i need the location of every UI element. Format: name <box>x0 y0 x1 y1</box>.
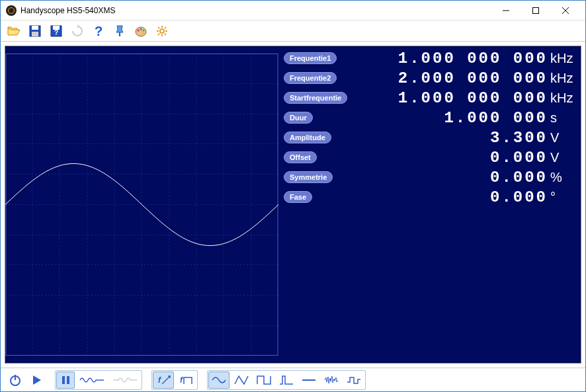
param-value-duur[interactable]: 1.000 000 <box>313 109 548 127</box>
svg-text:f: f <box>158 375 161 385</box>
svg-point-15 <box>143 29 145 31</box>
play-icon <box>30 373 43 387</box>
svg-rect-49 <box>67 376 69 384</box>
param-value-symmetrie[interactable]: 0.000 <box>333 169 548 186</box>
mode-group: f f <box>151 370 198 390</box>
param-unit-duur: s <box>550 110 575 126</box>
play-button[interactable] <box>27 372 46 389</box>
param-unit-frequentie1: kHz <box>550 51 575 66</box>
param-unit-frequentie2: kHz <box>550 71 575 86</box>
refresh-icon <box>71 24 84 38</box>
svg-point-14 <box>140 28 142 30</box>
param-unit-fase: ° <box>550 190 575 205</box>
param-unit-startfrequentie: kHz <box>550 91 575 106</box>
titlebar: Handyscope HS5-540XMS <box>1 1 585 20</box>
burst-button[interactable] <box>76 372 108 389</box>
sine-icon <box>211 374 227 386</box>
dc-icon <box>301 374 317 386</box>
param-label-offset[interactable]: Offset <box>284 151 317 163</box>
svg-line-51 <box>162 376 170 384</box>
floppy-question-icon: ? <box>50 24 63 38</box>
svg-point-13 <box>138 29 140 31</box>
top-toolbar: ? ? <box>1 20 585 42</box>
help-button[interactable]: ? <box>89 22 108 40</box>
svg-rect-48 <box>62 376 65 384</box>
noise-icon <box>323 374 339 386</box>
refresh-button[interactable] <box>68 22 87 40</box>
power-button[interactable] <box>6 372 24 389</box>
gear-icon <box>155 24 169 38</box>
pin-button[interactable] <box>110 22 129 40</box>
save-help-button[interactable]: ? <box>47 22 65 40</box>
param-fase: Fase 0.000 ° <box>284 189 575 205</box>
mode-f-icon: f <box>155 373 171 387</box>
maximize-button[interactable] <box>521 1 550 20</box>
open-button[interactable] <box>5 22 23 40</box>
waveform-display <box>5 46 278 363</box>
wave-square-button[interactable] <box>253 372 274 389</box>
wave-triangle-button[interactable] <box>231 372 252 389</box>
palette-icon <box>134 24 147 38</box>
burst-group <box>55 370 142 390</box>
param-value-frequentie1[interactable]: 1.000 000 000 <box>337 50 548 67</box>
burst-trigger-icon <box>112 374 138 386</box>
floppy-icon <box>28 24 42 38</box>
svg-line-25 <box>158 34 159 35</box>
window-controls <box>491 1 580 20</box>
svg-rect-6 <box>32 32 38 36</box>
pause-button[interactable] <box>56 372 75 389</box>
minimize-button[interactable] <box>491 1 521 20</box>
param-value-frequentie2[interactable]: 2.000 000 000 <box>337 69 548 87</box>
param-unit-symmetrie: % <box>550 170 575 185</box>
param-label-frequentie2[interactable]: Frequentie2 <box>284 72 337 84</box>
pin-icon <box>113 24 126 38</box>
svg-line-23 <box>165 34 166 35</box>
settings-button[interactable] <box>153 22 171 40</box>
arbitrary-icon <box>346 374 362 386</box>
wave-arb-button[interactable] <box>343 372 364 389</box>
param-value-fase[interactable]: 0.000 <box>312 188 548 206</box>
folder-open-icon <box>7 24 21 38</box>
pulse-icon <box>278 374 294 386</box>
svg-text:?: ? <box>95 24 103 38</box>
param-value-amplitude[interactable]: 3.300 <box>331 129 548 147</box>
help-icon: ? <box>92 24 105 38</box>
wave-sine-button[interactable] <box>208 372 230 389</box>
mode-fshift-button[interactable]: f <box>175 372 196 389</box>
close-button[interactable] <box>550 1 580 20</box>
param-startfrequentie: Startfrequentie 1.000 000 000 kHz <box>284 90 575 106</box>
triangle-icon <box>233 374 249 386</box>
wave-dc-button[interactable] <box>298 372 319 389</box>
mode-f-button[interactable]: f <box>153 372 174 389</box>
param-value-offset[interactable]: 0.000 <box>317 149 548 167</box>
wave-pulse-button[interactable] <box>276 372 297 389</box>
bottom-toolbar: f f <box>1 368 585 391</box>
wave-noise-button[interactable] <box>321 372 342 389</box>
param-label-symmetrie[interactable]: Symmetrie <box>284 171 333 183</box>
param-label-startfrequentie[interactable]: Startfrequentie <box>284 92 347 104</box>
svg-point-17 <box>160 29 164 33</box>
app-icon <box>6 5 17 16</box>
param-label-duur[interactable]: Duur <box>284 112 313 124</box>
burst-trigger-button[interactable] <box>109 372 141 389</box>
parameters-panel: Frequentie1 1.000 000 000 kHz Frequentie… <box>278 46 581 363</box>
svg-text:f: f <box>180 375 183 385</box>
param-unit-amplitude: V <box>550 130 575 145</box>
svg-rect-1 <box>532 7 538 13</box>
minimize-icon <box>503 7 509 14</box>
mode-fshift-icon: f <box>178 373 194 387</box>
param-label-amplitude[interactable]: Amplitude <box>284 132 331 143</box>
power-icon <box>9 373 22 387</box>
param-frequentie2: Frequentie2 2.000 000 000 kHz <box>284 70 575 86</box>
param-value-startfrequentie[interactable]: 1.000 000 000 <box>347 89 548 107</box>
param-label-frequentie1[interactable]: Frequentie1 <box>284 52 337 64</box>
color-button[interactable] <box>132 22 150 40</box>
save-button[interactable] <box>26 22 44 40</box>
svg-line-22 <box>158 27 159 28</box>
maximize-icon <box>532 7 539 14</box>
main-area: Frequentie1 1.000 000 000 kHz Frequentie… <box>1 42 585 368</box>
svg-point-16 <box>142 32 144 34</box>
param-duur: Duur 1.000 000 s <box>284 110 575 126</box>
param-label-fase[interactable]: Fase <box>284 191 312 203</box>
waveform-group <box>207 370 366 390</box>
